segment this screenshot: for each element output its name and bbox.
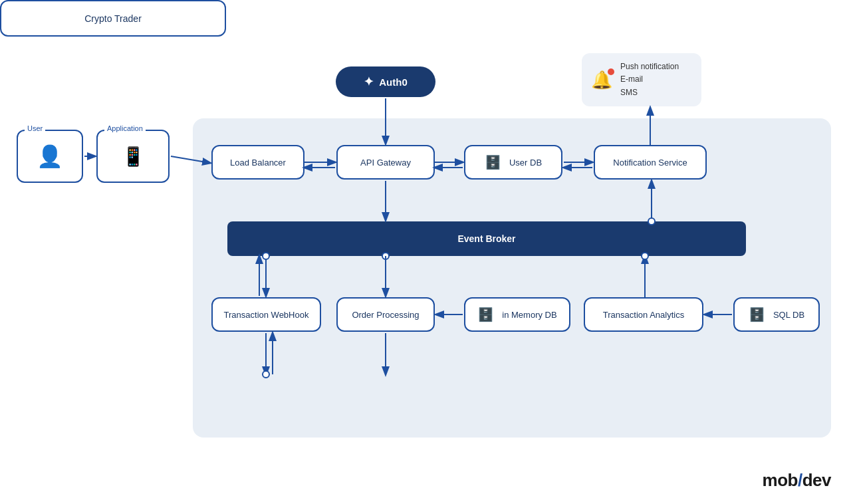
diagram-container: ✦ Auth0 🔔 Push notification E-mail SMS U… — [0, 0, 851, 504]
memory-db-icon: 🗄️ — [477, 307, 494, 322]
mobile-icon: 📱 — [122, 146, 145, 168]
user-node: User 👤 — [17, 130, 83, 183]
auth0-star-icon: ✦ — [364, 74, 374, 89]
email-label: E-mail — [620, 73, 679, 86]
transaction-webhook-box: Transaction WebHook — [211, 297, 321, 332]
mobidev-logo: mob/dev — [763, 470, 831, 491]
logo-slash: / — [798, 470, 802, 490]
user-db-box: 🗄️ User DB — [464, 145, 562, 180]
notification-service-box: Notification Service — [594, 145, 707, 180]
notification-card: 🔔 Push notification E-mail SMS — [582, 53, 701, 106]
user-icon: 👤 — [37, 144, 63, 169]
transaction-analytics-box: Transaction Analytics — [584, 297, 703, 332]
user-label: User — [25, 124, 45, 132]
api-gateway-label: API Gateway — [360, 158, 411, 168]
notification-service-label: Notification Service — [613, 158, 687, 168]
crypto-trader-label: Crypto Trader — [84, 13, 142, 24]
load-balancer-label: Load Balancer — [230, 158, 286, 168]
push-notif-label: Push notification — [620, 61, 679, 73]
transaction-webhook-label: Transaction WebHook — [224, 310, 309, 320]
transaction-analytics-label: Transaction Analytics — [603, 310, 684, 320]
order-processing-box: Order Processing — [336, 297, 435, 332]
load-balancer-box: Load Balancer — [211, 145, 304, 180]
sql-db-icon: 🗄️ — [749, 307, 765, 322]
notification-dot — [608, 68, 614, 75]
sql-db-label: SQL DB — [773, 310, 804, 320]
in-memory-db-label: in Memory DB — [502, 310, 556, 320]
auth0-label: Auth0 — [379, 76, 408, 88]
notification-text: Push notification E-mail SMS — [620, 61, 679, 99]
sms-label: SMS — [620, 86, 679, 99]
application-label: Application — [104, 124, 146, 132]
logo-dev: dev — [802, 470, 831, 490]
auth0-box: ✦ Auth0 — [336, 66, 435, 97]
user-db-icon: 🗄️ — [485, 154, 501, 170]
api-gateway-box: API Gateway — [336, 145, 435, 180]
crypto-trader-box: Crypto Trader — [0, 0, 226, 37]
event-broker-box: Event Broker — [227, 221, 746, 256]
bell-icon: 🔔 — [591, 70, 612, 90]
event-broker-label: Event Broker — [457, 233, 515, 244]
application-node: Application 📱 — [96, 130, 170, 183]
order-processing-label: Order Processing — [352, 310, 419, 320]
sql-db-box: 🗄️ SQL DB — [733, 297, 820, 332]
logo-mob: mob — [763, 470, 798, 490]
in-memory-db-box: 🗄️ in Memory DB — [464, 297, 570, 332]
user-db-label: User DB — [509, 158, 542, 168]
